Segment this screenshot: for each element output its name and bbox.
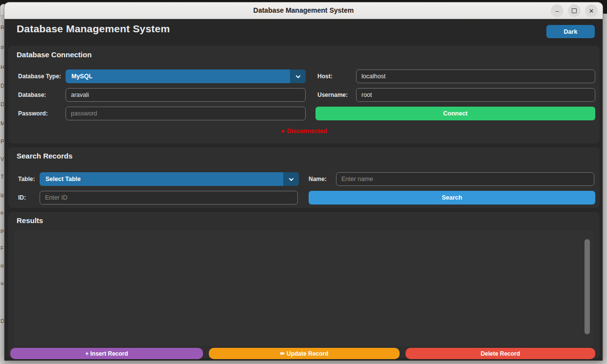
database-input[interactable] [66, 88, 306, 102]
password-input[interactable] [66, 107, 306, 120]
name-label: Name: [309, 172, 327, 186]
connect-button[interactable]: Connect [315, 107, 595, 120]
password-label: Password: [18, 107, 48, 120]
theme-toggle-button[interactable]: Dark [546, 25, 595, 38]
status-dot-icon: ● [281, 127, 285, 135]
connection-section-title: Database Connection [17, 50, 91, 59]
connection-panel: Database Connection Database Type: MySQL… [8, 46, 600, 143]
search-button[interactable]: Search [309, 191, 595, 205]
titlebar[interactable]: Database Management System – ✕ [4, 2, 603, 19]
minimize-icon: – [555, 7, 559, 15]
id-input[interactable] [40, 191, 298, 205]
username-label: Username: [317, 88, 348, 102]
table-value: Select Table [40, 176, 283, 182]
app-window: Database Management System – ✕ Database … [4, 2, 603, 361]
close-icon: ✕ [589, 7, 594, 15]
app-content: Database Management System Dark Database… [4, 19, 603, 361]
results-list[interactable] [14, 230, 594, 346]
id-label: ID: [18, 191, 26, 205]
name-input[interactable] [336, 172, 594, 186]
search-panel: Search Records Table: Select Table Name:… [8, 147, 600, 208]
connection-status: ●Disconnected [8, 127, 600, 135]
username-input[interactable] [356, 88, 595, 102]
db-type-label: Database Type: [18, 69, 61, 83]
minimize-button[interactable]: – [551, 4, 563, 17]
maximize-button[interactable] [568, 4, 581, 17]
page-title: Database Management System [17, 23, 170, 35]
update-record-button[interactable]: ✏ Update Record [209, 348, 400, 359]
delete-record-button[interactable]: Delete Record [405, 348, 595, 359]
search-section-title: Search Records [17, 152, 72, 160]
table-label: Table: [18, 172, 35, 186]
insert-record-button[interactable]: + Insert Record [10, 348, 203, 359]
maximize-icon [572, 8, 577, 13]
chevron-down-icon [283, 172, 299, 186]
results-scrollbar[interactable] [585, 239, 590, 334]
results-section-title: Results [17, 216, 43, 225]
window-title: Database Management System [4, 6, 603, 14]
close-button[interactable]: ✕ [585, 4, 598, 17]
results-panel: Results [8, 212, 600, 358]
table-dropdown[interactable]: Select Table [40, 172, 299, 186]
host-label: Host: [317, 69, 333, 83]
db-type-dropdown[interactable]: MySQL [66, 69, 306, 83]
chevron-down-icon [290, 69, 306, 83]
database-label: Database: [18, 88, 46, 102]
db-type-value: MySQL [66, 73, 290, 80]
host-input[interactable] [356, 69, 595, 83]
status-text: Disconnected [287, 128, 327, 135]
